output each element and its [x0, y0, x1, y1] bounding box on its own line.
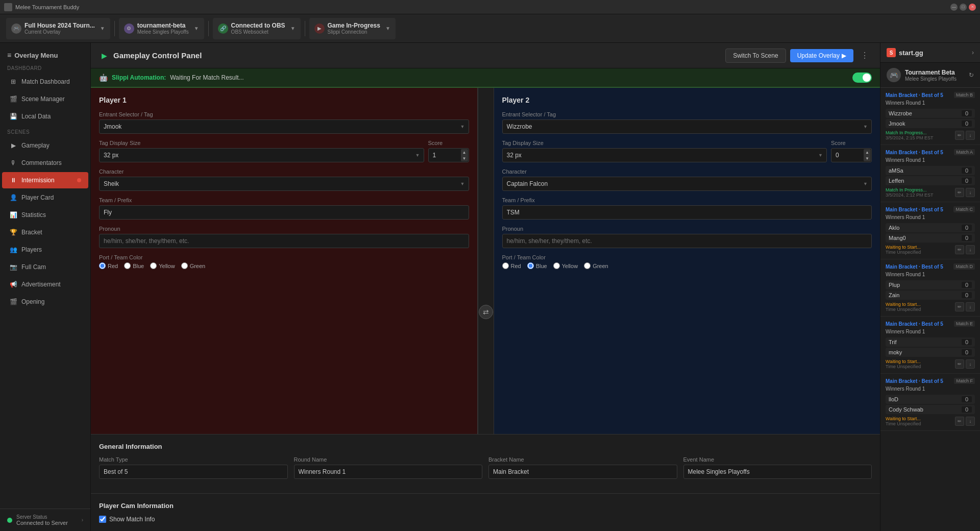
show-match-info-checkbox[interactable] — [99, 516, 106, 523]
player1-color-yellow[interactable]: Yellow — [150, 262, 175, 269]
sidebar-item-intermission[interactable]: ⏸ Intermission — [2, 172, 88, 188]
right-panel: S start.gg › 🎮 Tournament Beta Melee Sin… — [880, 43, 980, 531]
player1-color-blue[interactable]: Blue — [124, 262, 144, 269]
match-block-match-f: Main Bracket · Best of 5 Match F Winners… — [880, 374, 980, 431]
player2-score-down[interactable]: ▼ — [864, 155, 871, 161]
right-panel-expand[interactable]: › — [972, 49, 974, 56]
player1-header: Player 1 — [99, 96, 469, 104]
tournament-refresh-button[interactable]: ↻ — [969, 71, 974, 79]
player2-color-yellow[interactable]: Yellow — [553, 262, 578, 269]
player1-pronoun-input[interactable] — [99, 234, 469, 248]
automation-toggle[interactable] — [852, 73, 872, 83]
update-overlay-button[interactable]: Update Overlay ▶ — [790, 49, 853, 62]
player2-color-options: Red Blue Yellow Green — [502, 262, 872, 269]
match-edit-match-c[interactable]: ✏ — [955, 245, 964, 254]
server-status[interactable]: Server Status Connected to Server › — [0, 509, 90, 531]
player1-score-up[interactable]: ▲ — [461, 149, 468, 155]
match-player-name-match-a-0: Wizzrobe — [889, 110, 912, 116]
match-actions-match-a: ✏ ↓ — [955, 131, 975, 140]
player1-score-down[interactable]: ▼ — [461, 155, 468, 161]
player1-tag-select[interactable]: Jmook — [99, 119, 469, 134]
player-card-icon: 👤 — [9, 194, 17, 202]
player2-header: Player 2 — [502, 96, 872, 104]
match-load-match-d[interactable]: ↓ — [966, 302, 975, 311]
sidebar-item-commentators[interactable]: 🎙 Commentators — [2, 155, 88, 171]
sidebar-item-player-card[interactable]: 👤 Player Card — [2, 189, 88, 206]
minimize-button[interactable]: — — [950, 4, 958, 11]
match-player-score-match-f-0: 0 — [962, 396, 972, 402]
sidebar-item-local-data[interactable]: 💾 Local Data — [2, 108, 88, 125]
player1-character-select[interactable]: Sheik — [99, 177, 469, 191]
player2-panel: Player 2 Entrant Selector / Tag Wizzrobe… — [494, 88, 880, 434]
match-load-match-b[interactable]: ↓ — [966, 188, 975, 197]
match-load-match-e[interactable]: ↓ — [966, 359, 975, 369]
player2-tag-select[interactable]: Wizzrobe — [502, 119, 872, 134]
opening-icon: 🎬 — [9, 298, 17, 306]
player2-score-up[interactable]: ▲ — [864, 149, 871, 155]
match-edit-match-a[interactable]: ✏ — [955, 131, 964, 140]
match-player-score-match-c-0: 0 — [962, 225, 972, 231]
match-edit-match-d[interactable]: ✏ — [955, 302, 964, 311]
show-match-info-row[interactable]: Show Match Info — [99, 516, 872, 523]
switch-scene-button[interactable]: Switch To Scene — [725, 49, 786, 63]
nav-sep-2 — [208, 21, 209, 36]
connection-selector[interactable]: 🔗 Connected to OBS OBS Websocket ▼ — [213, 18, 301, 39]
match-dashboard-label: Match Dashboard — [21, 78, 70, 85]
sidebar-item-scene-manager[interactable]: 🎬 Scene Manager — [2, 91, 88, 107]
match-edit-match-b[interactable]: ✏ — [955, 188, 964, 197]
match-player-score-match-b-1: 0 — [962, 178, 972, 184]
player2-character-label: Character — [502, 168, 872, 175]
player2-color-blue[interactable]: Blue — [527, 262, 547, 269]
match-type-input[interactable] — [99, 465, 288, 479]
match-edit-match-e[interactable]: ✏ — [955, 359, 964, 369]
player1-color-green[interactable]: Green — [181, 262, 206, 269]
player2-character-select[interactable]: Captain Falcon — [502, 177, 872, 191]
sidebar-item-gameplay[interactable]: ▶ Gameplay — [2, 137, 88, 154]
obs-selector[interactable]: ⚙ tournament-beta Melee Singles Playoffs… — [119, 18, 204, 39]
match-load-match-a[interactable]: ↓ — [966, 131, 975, 140]
match-edit-match-f[interactable]: ✏ — [955, 417, 964, 426]
match-load-match-f[interactable]: ↓ — [966, 417, 975, 426]
match-status-text-match-a: Match In Progress... — [886, 130, 927, 135]
match-block-match-a: Main Bracket · Best of 5 Match B Winners… — [880, 88, 980, 145]
match-player-name-match-b-0: aMSa — [889, 167, 903, 174]
match-load-match-c[interactable]: ↓ — [966, 245, 975, 254]
match-player-match-e-0: Trif 0 — [886, 337, 975, 347]
player1-team-input[interactable] — [99, 205, 469, 220]
sidebar-item-statistics[interactable]: 📊 Statistics — [2, 207, 88, 223]
player2-pronoun-input[interactable] — [502, 234, 872, 248]
match-player-score-match-a-0: 0 — [962, 110, 972, 116]
sidebar-item-players[interactable]: 👥 Players — [2, 242, 88, 258]
sidebar-item-bracket[interactable]: 🏆 Bracket — [2, 224, 88, 240]
match-badge-match-e: Match E — [954, 321, 975, 327]
statistics-label: Statistics — [21, 211, 46, 219]
sidebar-item-opening[interactable]: 🎬 Opening — [2, 294, 88, 310]
sidebar-item-match-dashboard[interactable]: ⊞ Match Dashboard — [2, 74, 88, 90]
maximize-button[interactable]: □ — [960, 4, 967, 11]
nav-sep-3 — [305, 21, 305, 36]
overlay-selector[interactable]: 🎮 Full House 2024 Tourn... Current Overl… — [6, 18, 110, 39]
player1-tagsize-input[interactable] — [99, 148, 424, 162]
automation-label: Slippi Automation: — [112, 74, 166, 81]
main-layout: ≡ Overlay Menu DASHBOARD ⊞ Match Dashboa… — [0, 43, 980, 531]
close-button[interactable]: ✕ — [969, 4, 976, 11]
sidebar-item-advertisement[interactable]: 📢 Advertisement — [2, 276, 88, 293]
round-name-input[interactable] — [294, 465, 483, 479]
player2-color-red[interactable]: Red — [502, 262, 521, 269]
swap-players-button[interactable]: ⇄ — [479, 305, 493, 319]
player2-color-green[interactable]: Green — [584, 262, 608, 269]
player1-color-red[interactable]: Red — [99, 262, 118, 269]
match-status-match-d: Waiting to Start... Time Unspecified ✏ ↓ — [886, 302, 975, 312]
player2-tagsize-input[interactable] — [502, 148, 827, 162]
match-block-match-d: Main Bracket · Best of 5 Match D Winners… — [880, 259, 980, 317]
player2-pronoun-group: Pronoun — [502, 226, 872, 248]
player2-team-input[interactable] — [502, 205, 872, 220]
player-cam-header: Player Cam Information — [99, 502, 872, 510]
game-selector[interactable]: ▶ Game In-Progress Slippi Connection ▼ — [309, 18, 396, 39]
sidebar-item-full-cam[interactable]: 📷 Full Cam — [2, 259, 88, 275]
more-options-button[interactable]: ⋮ — [857, 49, 872, 63]
match-player-match-b-0: aMSa 0 — [886, 166, 975, 175]
bracket-name-input[interactable] — [488, 465, 677, 479]
swap-button-container: ⇄ — [478, 88, 494, 434]
event-name-input[interactable] — [683, 465, 872, 479]
